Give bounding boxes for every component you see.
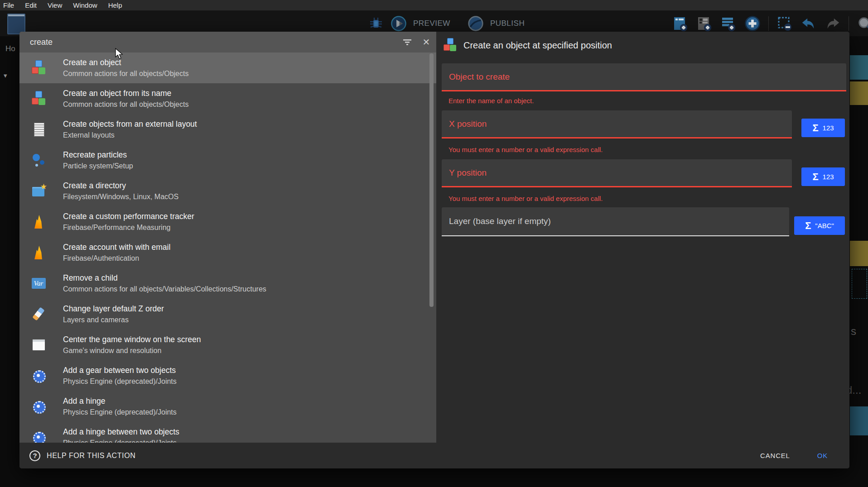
action-title: Add a gear between two objects	[63, 366, 177, 375]
action-title: Create objects from an external layout	[63, 119, 197, 129]
joint-icon	[30, 368, 47, 384]
action-title: Create an object	[63, 58, 188, 67]
window-icon	[30, 337, 47, 353]
sigma-icon: Σ	[812, 122, 818, 134]
action-subtitle: Layers and cameras	[63, 316, 164, 324]
ok-button[interactable]: OK	[817, 452, 828, 459]
action-search-panel: ✕ Create an objectCommon actions for all…	[19, 32, 436, 443]
action-title: Change layer default Z order	[63, 304, 164, 314]
backdrop-block-olive2	[850, 241, 868, 266]
firebase-icon	[30, 214, 47, 230]
action-title: Create a directory	[63, 181, 178, 191]
toolbar-separator	[849, 16, 849, 31]
detail-title: Create an object at specified position	[463, 40, 612, 51]
y-position-field[interactable]: Y position	[442, 159, 792, 187]
results-list: Create an objectCommon actions for all o…	[19, 53, 436, 443]
toolbar-separator	[768, 16, 769, 31]
objects-icon	[30, 91, 47, 107]
action-subtitle: Common actions for all objects/Objects	[63, 70, 188, 78]
action-list-item[interactable]: ★Create a directoryFilesystem/Windows, L…	[19, 176, 436, 206]
menu-window[interactable]: Window	[73, 1, 97, 9]
y-field-error: You must enter a number or a valid expre…	[448, 195, 603, 202]
action-list-item[interactable]: Create an object from its nameCommon act…	[19, 83, 436, 114]
dialog-footer: ? HELP FOR THIS ACTION CANCEL OK	[19, 443, 849, 468]
firebase-icon	[30, 244, 47, 261]
x-position-field[interactable]: X position	[442, 110, 792, 138]
sigma-icon: Σ	[805, 220, 811, 232]
x-expression-button[interactable]: Σ 123	[801, 119, 845, 137]
search-bar: ✕	[19, 32, 436, 53]
action-subtitle: Filesystem/Windows, Linux, MacOS	[63, 193, 178, 201]
action-title: Create account with with email	[63, 243, 170, 252]
menu-bar: File Edit View Window Help	[0, 0, 868, 10]
cancel-button[interactable]: CANCEL	[760, 452, 790, 459]
particles-icon	[30, 152, 47, 168]
action-title: Remove a child	[63, 273, 266, 283]
filter-icon[interactable]	[398, 38, 416, 46]
action-subtitle: Firebase/Performance Measuring	[63, 224, 194, 232]
publish-button[interactable]: PUBLISH	[490, 19, 525, 28]
action-title: Create an object from its name	[63, 89, 188, 98]
action-list-item[interactable]: Add a hinge between two objectsPhysics E…	[19, 422, 436, 443]
action-subtitle: Common actions for all objects/Variables…	[63, 285, 266, 293]
add-events-icon[interactable]	[720, 15, 737, 32]
menu-view[interactable]: View	[48, 1, 62, 9]
preview-button[interactable]: PREVIEW	[413, 19, 450, 28]
layer-field[interactable]: Layer (base layer if empty)	[442, 207, 789, 236]
backdrop-block-olive	[850, 81, 868, 105]
joint-icon	[30, 398, 47, 415]
object-cubes-icon	[443, 38, 457, 53]
add-object-icon[interactable]	[672, 15, 689, 32]
action-subtitle: Physics Engine (deprecated)/Joints	[63, 408, 177, 416]
remove-selection-icon[interactable]	[776, 15, 793, 32]
add-new-icon[interactable]	[744, 15, 761, 32]
object-field-error: Enter the name of an object.	[448, 97, 534, 105]
object-to-create-field[interactable]: Object to create	[442, 63, 846, 91]
close-icon[interactable]: ✕	[416, 37, 436, 48]
action-list-item[interactable]: Change layer default Z orderLayers and c…	[19, 299, 436, 329]
help-for-this-action-button[interactable]: ? HELP FOR THIS ACTION	[29, 450, 760, 461]
menu-edit[interactable]: Edit	[25, 1, 37, 9]
action-subtitle: Physics Engine (deprecated)/Joints	[63, 377, 177, 386]
preview-play-icon[interactable]	[391, 15, 407, 32]
chevron-down-icon[interactable]: ▾	[4, 72, 7, 80]
x-field-error: You must enter a number or a valid expre…	[448, 146, 603, 153]
action-title: Add a hinge	[63, 396, 177, 406]
menu-help[interactable]: Help	[108, 1, 122, 9]
action-list-item[interactable]: Add a gear between two objectsPhysics En…	[19, 360, 436, 391]
publish-globe-icon[interactable]	[468, 15, 484, 32]
redo-icon[interactable]	[825, 15, 841, 32]
joint-icon	[30, 429, 47, 443]
sigma-icon: Σ	[812, 171, 818, 183]
action-title: Recreate particles	[63, 150, 133, 160]
debug-icon[interactable]	[368, 15, 384, 32]
layer-expression-button[interactable]: Σ "ABC"	[794, 216, 845, 235]
search-input[interactable]	[19, 32, 398, 53]
help-icon: ?	[29, 450, 40, 461]
eraser-icon	[30, 306, 47, 322]
layout-icon	[30, 121, 47, 138]
action-list-item[interactable]: Add a hingePhysics Engine (deprecated)/J…	[19, 391, 436, 422]
action-subtitle: Game's window and resolution	[63, 347, 201, 355]
search-icon[interactable]	[857, 15, 868, 32]
instruction-editor-dialog: ✕ Create an objectCommon actions for all…	[19, 32, 849, 468]
action-list-item[interactable]: Create a custom performance trackerFireb…	[19, 206, 436, 237]
action-list-item[interactable]: Create objects from an external layoutEx…	[19, 114, 436, 145]
menu-file[interactable]: File	[3, 1, 14, 9]
action-list-item[interactable]: Create an objectCommon actions for all o…	[19, 53, 436, 83]
undo-icon[interactable]	[800, 15, 817, 32]
action-list-item[interactable]: Recreate particlesParticle system/Setup	[19, 145, 436, 176]
action-list-item[interactable]: Create account with with emailFirebase/A…	[19, 237, 436, 268]
objects-icon	[30, 60, 47, 76]
action-list-item[interactable]: Center the game window on the screenGame…	[19, 329, 436, 360]
backdrop-selection-outline	[852, 269, 867, 299]
y-expression-button[interactable]: Σ 123	[801, 167, 845, 186]
add-external-events-icon[interactable]	[696, 15, 713, 32]
action-list-item[interactable]: VarRemove a childCommon actions for all …	[19, 268, 436, 299]
list-scrollbar[interactable]	[429, 53, 434, 307]
action-subtitle: Physics Engine (deprecated)/Joints	[63, 439, 179, 443]
folder-icon: ★	[30, 183, 47, 199]
backdrop-block-teal2	[850, 406, 868, 435]
action-subtitle: Common actions for all objects/Objects	[63, 100, 188, 109]
action-title: Add a hinge between two objects	[63, 427, 179, 437]
